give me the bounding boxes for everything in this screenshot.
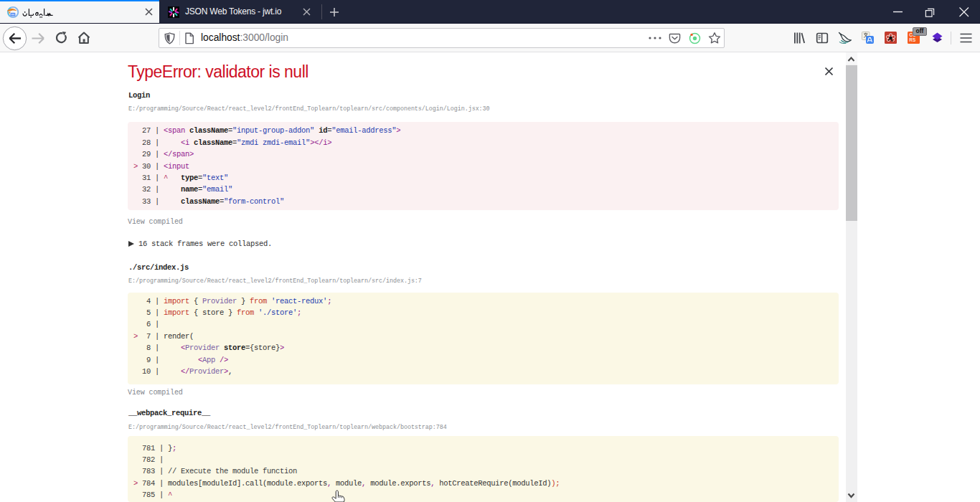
svg-text:RS: RS [909,37,916,42]
